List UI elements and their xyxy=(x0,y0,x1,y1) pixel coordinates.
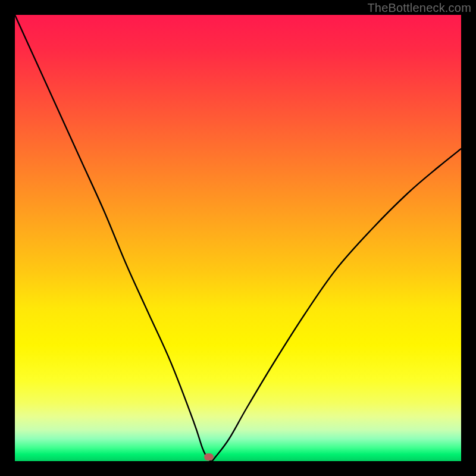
chart-frame: TheBottleneck.com xyxy=(0,0,476,476)
watermark-label: TheBottleneck.com xyxy=(367,1,471,15)
plot-area xyxy=(15,15,461,461)
curve-svg xyxy=(15,15,461,461)
minimum-marker xyxy=(204,453,214,461)
bottleneck-curve xyxy=(15,15,461,461)
